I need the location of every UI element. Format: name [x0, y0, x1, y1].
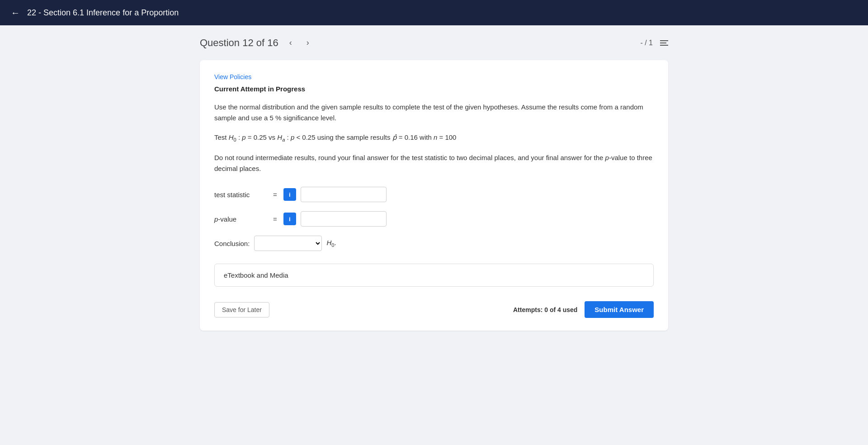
main-content: Question 12 of 16 ‹ › - / 1 View Policie… [185, 25, 683, 341]
question-list-icon[interactable] [660, 40, 668, 46]
h0-suffix: H0. [326, 239, 336, 248]
test-statistic-input[interactable] [301, 187, 387, 202]
question-score: - / 1 [640, 39, 653, 47]
submit-answer-button[interactable]: Submit Answer [585, 301, 654, 318]
problem-text: Use the normal distribution and the give… [214, 102, 654, 123]
p-value-info-button[interactable]: i [283, 213, 296, 225]
etextbook-bar[interactable]: eTextbook and Media [214, 264, 654, 287]
p-value-row: p-value = i [214, 211, 654, 227]
conclusion-label: Conclusion: [214, 240, 250, 247]
p-value-equals: = [273, 215, 277, 223]
p-value-label: p-value [214, 215, 269, 223]
p-value-input[interactable] [301, 211, 387, 227]
question-card: View Policies Current Attempt in Progres… [200, 60, 668, 331]
conclusion-select[interactable]: Reject Do not reject [254, 236, 322, 251]
next-question-button[interactable]: › [303, 36, 313, 49]
test-statistic-row: test statistic = i [214, 187, 654, 202]
instruction-text: Do not round intermediate results, round… [214, 152, 654, 174]
attempts-text: Attempts: 0 of 4 used [513, 306, 577, 313]
test-statistic-equals: = [273, 191, 277, 199]
footer-row: Save for Later Attempts: 0 of 4 used Sub… [214, 298, 654, 318]
app-header: ← 22 - Section 6.1 Inference for a Propo… [0, 0, 868, 25]
prev-question-button[interactable]: ‹ [286, 36, 296, 49]
conclusion-row: Conclusion: Reject Do not reject H0. [214, 236, 654, 251]
test-statistic-label: test statistic [214, 191, 269, 199]
header-title: 22 - Section 6.1 Inference for a Proport… [27, 8, 179, 18]
question-nav-left: Question 12 of 16 ‹ › [200, 36, 313, 49]
question-nav-right: - / 1 [640, 39, 668, 47]
save-later-button[interactable]: Save for Later [214, 302, 269, 317]
view-policies-link[interactable]: View Policies [214, 73, 251, 80]
question-nav-bar: Question 12 of 16 ‹ › - / 1 [200, 36, 668, 49]
footer-right: Attempts: 0 of 4 used Submit Answer [513, 301, 654, 318]
current-attempt-label: Current Attempt in Progress [214, 85, 654, 93]
hypothesis-line: Test H0 : p = 0.25 vs Ha : p < 0.25 usin… [214, 132, 654, 144]
back-button[interactable]: ← [11, 8, 20, 18]
test-statistic-info-button[interactable]: i [283, 188, 296, 201]
question-title: Question 12 of 16 [200, 37, 278, 49]
